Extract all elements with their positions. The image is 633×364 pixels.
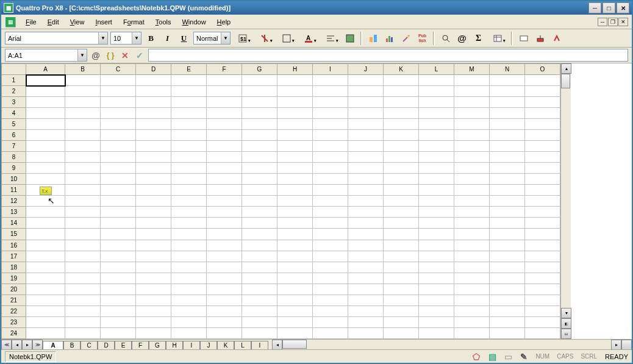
cell-B13[interactable] [65,207,101,218]
cell-E20[interactable] [171,284,207,294]
cell-H24[interactable] [277,327,313,338]
style-selector[interactable]: ▼ [193,32,231,45]
chevron-down-icon[interactable]: ▼ [132,32,141,44]
sheet-tab-I[interactable]: I [183,341,200,350]
cell-B5[interactable] [65,119,101,130]
cell-D2[interactable] [136,86,171,97]
cell-O20[interactable] [525,284,560,294]
cell-F1[interactable] [207,75,242,86]
cell-D13[interactable] [136,207,171,218]
cell-F19[interactable] [207,273,242,284]
nav-last-button[interactable]: ≫ [32,340,43,349]
cell-C10[interactable] [101,174,136,185]
cell-M20[interactable] [454,284,490,294]
cell-N22[interactable] [490,305,525,316]
cell-K16[interactable] [384,240,419,251]
cell-A17[interactable] [26,251,65,262]
fill-color-button[interactable] [255,31,274,45]
cell-H16[interactable] [277,240,313,251]
cell-F15[interactable] [207,229,242,240]
zoom-button[interactable] [438,31,452,45]
cell-A3[interactable] [26,97,65,108]
cell-N23[interactable] [490,316,525,327]
cell-D4[interactable] [136,108,171,119]
cell-I15[interactable] [313,229,348,240]
cell-N15[interactable] [490,229,525,240]
cell-N17[interactable] [490,251,525,262]
cell-A16[interactable] [26,240,65,251]
cell-G12[interactable] [242,196,277,207]
cell-F3[interactable] [207,97,242,108]
row-header-6[interactable]: 6 [2,130,26,141]
cell-G10[interactable] [242,174,277,185]
nav-first-button[interactable]: ≪ [1,340,12,349]
cell-L9[interactable] [419,163,454,174]
cell-J23[interactable] [348,316,384,327]
hscroll-thumb[interactable] [282,340,307,349]
cell-L12[interactable] [419,196,454,207]
split-button-h[interactable]: ◧ [561,318,571,329]
cell-E10[interactable] [171,174,207,185]
cell-G1[interactable] [242,75,277,86]
cell-I23[interactable] [313,316,348,327]
menu-insert[interactable]: Insert [90,17,117,27]
cell-O4[interactable] [525,108,560,119]
cell-M12[interactable] [454,196,490,207]
cell-I20[interactable] [313,284,348,294]
cell-B17[interactable] [65,251,101,262]
cell-D24[interactable] [136,327,171,338]
cell-C2[interactable] [101,86,136,97]
cell-M9[interactable] [454,163,490,174]
sheet-tab-B[interactable]: B [63,341,80,350]
scroll-up-button[interactable]: ▴ [561,63,571,74]
vertical-scrollbar[interactable]: ▴ ▾ ◧ ⊟ [560,63,571,339]
cell-D20[interactable] [136,284,171,294]
cell-J1[interactable] [348,75,384,86]
cell-M11[interactable] [454,185,490,196]
cell-L3[interactable] [419,97,454,108]
cell-A23[interactable] [26,316,65,327]
cell-L15[interactable] [419,229,454,240]
braces-icon[interactable]: { } [104,49,116,62]
cell-E24[interactable] [171,327,207,338]
cell-G15[interactable] [242,229,277,240]
cell-H1[interactable] [277,75,313,86]
cell-I19[interactable] [313,273,348,284]
cell-N24[interactable] [490,327,525,338]
cell-D11[interactable] [136,185,171,196]
cell-C19[interactable] [101,273,136,284]
cell-O13[interactable] [525,207,560,218]
cell-F24[interactable] [207,327,242,338]
cell-D19[interactable] [136,273,171,284]
cell-E19[interactable] [171,273,207,284]
cell-N8[interactable] [490,152,525,163]
cell-I10[interactable] [313,174,348,185]
cell-K3[interactable] [384,97,419,108]
cell-N11[interactable] [490,185,525,196]
scroll-down-button[interactable]: ▾ [561,308,571,318]
cell-I22[interactable] [313,305,348,316]
cell-O5[interactable] [525,119,560,130]
cell-A5[interactable] [26,119,65,130]
cell-C7[interactable] [101,141,136,152]
chevron-down-icon[interactable]: ▼ [221,32,230,44]
cell-C24[interactable] [101,327,136,338]
sheet-tab-G[interactable]: G [149,341,166,350]
cell-C17[interactable] [101,251,136,262]
cell-G6[interactable] [242,130,277,141]
cell-G16[interactable] [242,240,277,251]
cell-I18[interactable] [313,262,348,273]
cell-N5[interactable] [490,119,525,130]
underline-button[interactable]: U [177,31,191,45]
cell-C12[interactable] [101,196,136,207]
cell-G22[interactable] [242,305,277,316]
cell-H22[interactable] [277,305,313,316]
currency-button[interactable]: $1 [233,31,252,45]
cell-G20[interactable] [242,284,277,294]
insert-button[interactable] [366,31,380,45]
cell-N20[interactable] [490,284,525,294]
scroll-right-button[interactable]: ▸ [611,340,621,349]
cell-O3[interactable] [525,97,560,108]
cell-A20[interactable] [26,284,65,294]
cell-A10[interactable] [26,174,65,185]
